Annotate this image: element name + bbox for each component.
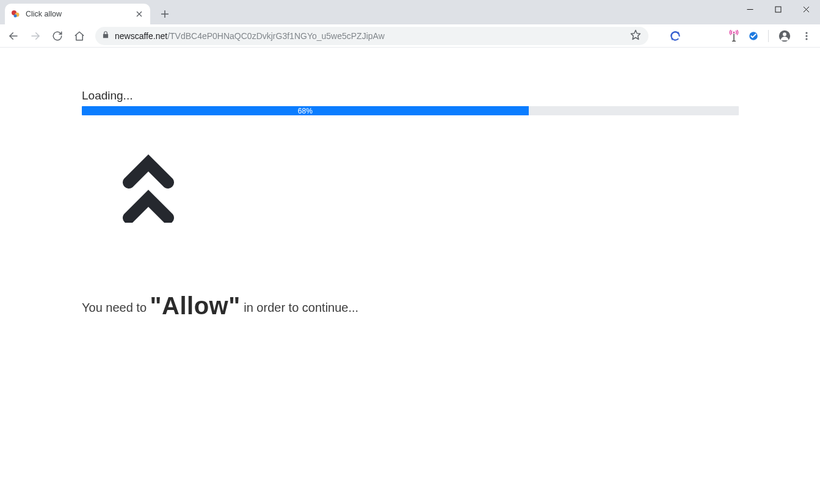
window-close-button[interactable] [792,0,820,18]
browser-tab-active[interactable]: Click allow [5,4,150,24]
url-domain: newscaffe.net [115,31,167,41]
bookmark-star-icon[interactable] [630,29,641,42]
tab-favicon-icon [11,9,21,19]
profile-avatar-icon[interactable] [775,26,794,46]
address-bar[interactable]: newscaffe.net/TVdBC4eP0HNaQC0zDvkjrG3f1N… [95,27,648,45]
new-tab-button[interactable] [156,5,173,23]
nav-back-button[interactable] [4,26,23,46]
nav-home-button[interactable] [70,26,89,46]
progress-bar: 68% [82,106,739,115]
progress-percent-text: 68% [298,107,313,115]
instruction-allow-word: "Allow" [150,292,241,319]
browser-tab-strip: Click allow [0,0,820,24]
svg-marker-13 [631,31,640,40]
loading-label: Loading... [82,89,739,103]
instruction-prefix: You need to [82,301,150,314]
toolbar-separator [768,30,769,42]
extension-refresh-icon[interactable] [667,27,684,45]
double-chevron-up-icon [117,145,739,225]
svg-point-19 [805,32,807,34]
chrome-menu-button[interactable] [797,26,816,46]
extension-antenna-icon[interactable] [725,27,742,45]
svg-point-18 [783,32,786,36]
progress-bar-fill: 68% [82,106,529,115]
window-maximize-button[interactable] [764,0,792,18]
extensions-group [655,27,684,45]
url-text: newscaffe.net/TVdBC4eP0HNaQC0zDvkjrG3f1N… [115,31,385,41]
tab-close-icon[interactable] [134,9,144,19]
lock-icon [101,31,110,41]
window-controls [736,0,820,18]
tab-title: Click allow [26,10,129,18]
extension-shield-check-icon[interactable] [745,27,762,45]
page-content: Loading... 68% You need to "Allow" in or… [0,48,820,320]
browser-toolbar: newscaffe.net/TVdBC4eP0HNaQC0zDvkjrG3f1N… [0,24,820,48]
svg-point-21 [805,38,807,40]
window-minimize-button[interactable] [736,0,764,18]
svg-point-15 [733,31,735,33]
svg-point-20 [805,35,807,37]
tab-strip: Click allow [0,0,173,24]
svg-point-2 [14,15,17,18]
content-wrap: Loading... 68% You need to "Allow" in or… [82,89,739,320]
instruction-text: You need to "Allow" in order to continue… [82,292,739,320]
nav-reload-button[interactable] [48,26,67,46]
nav-forward-button[interactable] [26,26,45,46]
svg-rect-8 [775,7,781,12]
instruction-suffix: in order to continue... [244,301,358,314]
url-path: /TVdBC4eP0HNaQC0zDvkjrG3f1NGYo_u5we5cPZJ… [167,31,385,41]
